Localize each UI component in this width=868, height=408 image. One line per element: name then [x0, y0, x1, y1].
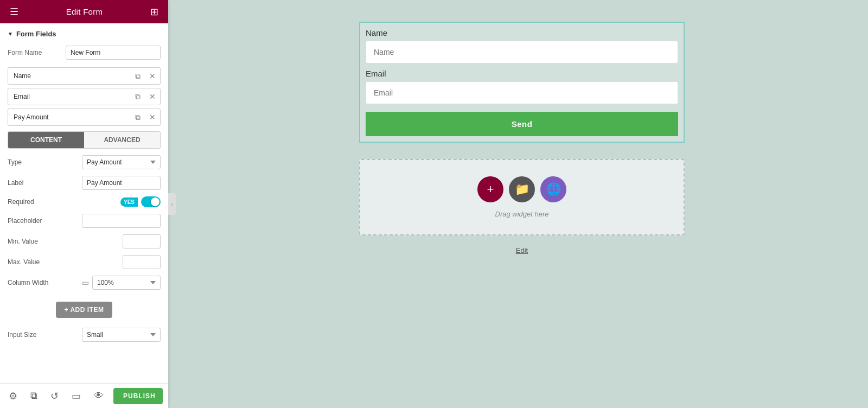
- folder-widget-button[interactable]: 📁: [509, 176, 535, 202]
- left-panel: ☰ Edit Form ⊞ ▼ Form Fields Form Name Na…: [0, 0, 168, 408]
- settings-icon[interactable]: ⚙: [5, 387, 21, 405]
- setting-required-label: Required: [8, 198, 51, 206]
- drag-icons: + 📁 🌐: [477, 176, 566, 202]
- add-item-container: + ADD ITEM: [8, 296, 161, 323]
- setting-label-row: Label: [8, 176, 161, 190]
- setting-min-input[interactable]: [123, 234, 161, 248]
- setting-input-size-label: Input Size: [8, 331, 51, 339]
- setting-type-label: Type: [8, 158, 51, 166]
- form-email-input[interactable]: [366, 81, 678, 104]
- setting-required-row: Required YES: [8, 196, 161, 207]
- form-email-group: Email: [366, 69, 678, 104]
- required-toggle[interactable]: YES: [120, 196, 161, 207]
- toggle-arrow: ▼: [8, 31, 13, 37]
- field-label-pay: Pay Amount: [8, 109, 131, 125]
- drag-widget-text: Drag widget here: [495, 210, 549, 218]
- setting-placeholder-input[interactable]: [82, 214, 161, 228]
- type-select-wrapper: Pay Amount: [82, 155, 161, 169]
- setting-label-input[interactable]: [82, 176, 161, 190]
- field-actions-pay: ⧉ ✕: [131, 110, 160, 125]
- field-row-pay: Pay Amount ⧉ ✕: [8, 109, 161, 126]
- field-row-name: Name ⧉ ✕: [8, 67, 161, 85]
- setting-placeholder-label: Placeholder: [8, 217, 51, 225]
- form-name-row: Form Name: [8, 46, 161, 60]
- tab-advanced[interactable]: ADVANCED: [84, 132, 160, 148]
- menu-icon[interactable]: ☰: [8, 4, 21, 20]
- tab-bar: CONTENT ADVANCED: [8, 131, 161, 149]
- layers-icon[interactable]: ⧉: [27, 387, 41, 405]
- collapse-handle[interactable]: ‹: [168, 193, 176, 215]
- field-label-name: Name: [8, 68, 131, 84]
- field-actions-name: ⧉ ✕: [131, 68, 160, 84]
- input-size-select-wrapper: Small: [82, 328, 161, 342]
- delete-email-btn[interactable]: ✕: [145, 89, 160, 104]
- publish-button[interactable]: PUBLISH: [113, 388, 163, 404]
- bottom-toolbar: ⚙ ⧉ ↺ ▭ 👁 PUBLISH ▲: [0, 383, 168, 408]
- setting-max-label: Max. Value: [8, 258, 51, 266]
- form-email-label: Email: [366, 69, 678, 78]
- form-fields-section: ▼ Form Fields Form Name Name ⧉ ✕ Email ⧉…: [0, 23, 168, 155]
- form-name-group: Name: [366, 28, 678, 63]
- duplicate-pay-btn[interactable]: ⧉: [131, 110, 145, 125]
- input-size-select[interactable]: Small: [82, 328, 161, 342]
- drag-widget-area: + 📁 🌐 Drag widget here: [359, 159, 685, 235]
- setting-max-input[interactable]: [123, 255, 161, 269]
- toggle-switch[interactable]: [141, 196, 161, 207]
- globe-widget-button[interactable]: 🌐: [540, 176, 566, 202]
- settings-body: Type Pay Amount Label Required YES Place…: [0, 155, 168, 383]
- field-row-email: Email ⧉ ✕: [8, 88, 161, 105]
- form-fields-label: Form Fields: [16, 30, 56, 38]
- delete-name-btn[interactable]: ✕: [145, 68, 160, 84]
- form-send-button[interactable]: Send: [366, 112, 678, 136]
- tab-content[interactable]: CONTENT: [8, 132, 84, 148]
- edit-link[interactable]: Edit: [516, 246, 528, 254]
- history-icon[interactable]: ↺: [47, 387, 62, 405]
- duplicate-email-btn[interactable]: ⧉: [131, 89, 145, 105]
- form-name-label: Form Name: [8, 49, 42, 56]
- eye-icon[interactable]: 👁: [91, 387, 107, 405]
- type-select[interactable]: Pay Amount: [82, 155, 161, 169]
- form-name-input[interactable]: [366, 41, 678, 63]
- setting-min-row: Min. Value: [8, 234, 161, 248]
- publish-group: PUBLISH ▲: [113, 388, 163, 404]
- page-icon[interactable]: ▭: [68, 387, 84, 405]
- setting-column-width-label: Column Width: [8, 279, 51, 286]
- panel-title: Edit Form: [66, 7, 103, 16]
- setting-label-label: Label: [8, 179, 51, 187]
- add-item-button[interactable]: + ADD ITEM: [56, 302, 113, 318]
- setting-placeholder-row: Placeholder: [8, 214, 161, 228]
- delete-pay-btn[interactable]: ✕: [145, 110, 160, 125]
- form-name-input[interactable]: [66, 46, 161, 60]
- grid-icon[interactable]: ⊞: [148, 4, 161, 20]
- main-area: Name Email Send + 📁 🌐 Drag widget here E…: [176, 0, 868, 408]
- form-name-label: Name: [366, 28, 678, 37]
- column-icon: ▭: [82, 278, 89, 287]
- setting-min-label: Min. Value: [8, 238, 51, 245]
- setting-column-width-row: Column Width ▭ 100%: [8, 276, 161, 290]
- setting-input-size-row: Input Size Small: [8, 323, 161, 342]
- panel-header: ☰ Edit Form ⊞: [0, 0, 168, 23]
- field-label-email: Email: [8, 88, 131, 105]
- form-widget: Name Email Send: [359, 22, 685, 143]
- column-width-select-wrapper: ▭ 100%: [82, 276, 161, 290]
- add-widget-button[interactable]: +: [477, 176, 503, 202]
- column-width-select[interactable]: 100%: [92, 276, 161, 290]
- setting-type-row: Type Pay Amount: [8, 155, 161, 169]
- form-widget-wrapper: Name Email Send: [359, 22, 685, 143]
- duplicate-name-btn[interactable]: ⧉: [131, 68, 145, 84]
- setting-max-row: Max. Value: [8, 255, 161, 269]
- form-fields-toggle[interactable]: ▼ Form Fields: [8, 30, 161, 38]
- toggle-yes-label: YES: [120, 197, 138, 207]
- field-actions-email: ⧉ ✕: [131, 89, 160, 105]
